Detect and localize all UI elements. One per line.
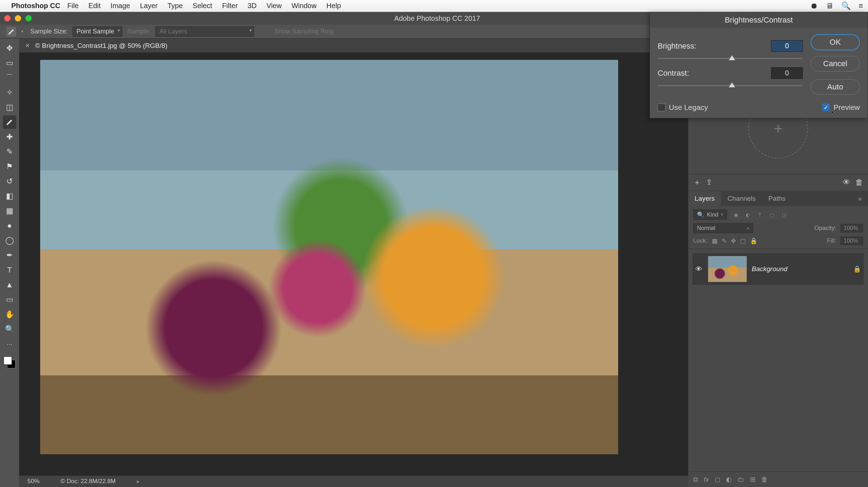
color-swatches[interactable] (4, 356, 16, 368)
link-layers-icon[interactable]: ⧉ (693, 476, 698, 483)
ok-button[interactable]: OK (811, 34, 860, 50)
document-tab-label: © Brightness_Contrast1.jpg @ 50% (RGB/8) (35, 42, 167, 50)
menu-select[interactable]: Select (193, 2, 213, 10)
preview-icon[interactable]: 👁 (843, 178, 850, 187)
menu-layer[interactable]: Layer (140, 2, 158, 10)
type-tool[interactable]: T (3, 263, 16, 277)
contrast-input[interactable]: 0 (771, 67, 803, 79)
menu-filter[interactable]: Filter (222, 2, 238, 10)
brush-tool[interactable]: ✎ (3, 145, 16, 158)
layer-filter-kind[interactable]: 🔍 Kind ▾ (693, 210, 727, 220)
path-select-tool[interactable]: ▲ (3, 278, 16, 292)
menu-window[interactable]: Window (291, 2, 316, 10)
blend-mode-select[interactable]: Normal▾ (693, 223, 753, 233)
lock-artboard-icon[interactable]: ▢ (740, 237, 746, 245)
brightness-slider[interactable] (658, 55, 803, 62)
screen-record-icon[interactable]: ⏺ (810, 1, 818, 11)
layer-lock-icon[interactable]: 🔒 (853, 265, 861, 273)
tab-channels[interactable]: Channels (721, 191, 762, 206)
canvas[interactable] (19, 53, 688, 476)
checkbox-icon (266, 29, 272, 35)
blur-tool[interactable]: ● (3, 219, 16, 232)
layer-mask-icon[interactable]: ◻ (715, 475, 720, 483)
filter-type-icon[interactable]: T (755, 211, 764, 219)
menu-image[interactable]: Image (111, 2, 130, 10)
preview-checkbox[interactable]: ✓ Preview (822, 103, 860, 112)
move-tool[interactable]: ✥ (3, 42, 16, 55)
eraser-tool[interactable]: ◧ (3, 189, 16, 203)
lasso-tool[interactable]: ⌒ (3, 71, 16, 85)
foreground-color-swatch[interactable] (4, 356, 12, 365)
menu-view[interactable]: View (266, 2, 282, 10)
marquee-tool[interactable]: ▭ (3, 56, 16, 70)
delete-layer-icon[interactable]: 🗑 (761, 476, 768, 483)
menu-3d[interactable]: 3D (248, 2, 257, 10)
lock-position-icon[interactable]: ✥ (731, 237, 736, 245)
group-icon[interactable]: 🗀 (738, 476, 744, 483)
new-layer-icon[interactable]: ⊞ (750, 475, 756, 483)
menu-type[interactable]: Type (167, 2, 183, 10)
layer-name[interactable]: Background (752, 265, 848, 273)
menu-file[interactable]: File (67, 2, 79, 10)
upload-icon[interactable]: ⇪ (706, 178, 712, 187)
close-tab-icon[interactable]: × (25, 42, 30, 50)
tab-layers[interactable]: Layers (688, 191, 721, 206)
fill-value[interactable]: 100% (841, 237, 863, 245)
add-content-icon[interactable]: ＋ (693, 177, 701, 188)
zoom-tool[interactable]: 🔍 (3, 323, 16, 336)
lock-all-icon[interactable]: 🔒 (750, 237, 757, 245)
brightness-input[interactable]: 0 (771, 40, 803, 52)
magic-wand-tool[interactable]: ✧ (3, 86, 16, 99)
shape-tool[interactable]: ▭ (3, 293, 16, 306)
maximize-window-button[interactable] (25, 15, 32, 21)
lock-transparency-icon[interactable]: ▩ (712, 237, 718, 245)
layers-panel-menu-icon[interactable]: ≡ (852, 193, 868, 206)
trash-icon[interactable]: 🗑 (855, 178, 863, 187)
menu-edit[interactable]: Edit (88, 2, 100, 10)
sample-size-select[interactable]: Point Sample (73, 26, 122, 37)
app-name[interactable]: Photoshop CC (11, 2, 60, 10)
edit-toolbar[interactable]: ⋯ (3, 337, 16, 351)
filter-pixel-icon[interactable]: ▣ (731, 211, 740, 219)
tools-panel: ✥ ▭ ⌒ ✧ ◫ ✚ ✎ ⚑ ↺ ◧ ▦ ● ◯ ✒ T ▲ ▭ ✋ 🔍 ⋯ (0, 39, 19, 487)
doc-info[interactable]: © Doc: 22.8M/22.8M (61, 478, 116, 485)
adjustment-layer-icon[interactable]: ◐ (726, 475, 732, 483)
crop-tool[interactable]: ◫ (3, 101, 16, 114)
use-legacy-checkbox[interactable]: Use Legacy (658, 103, 708, 112)
tab-paths[interactable]: Paths (762, 191, 792, 206)
history-brush-tool[interactable]: ↺ (3, 175, 16, 188)
layer-visibility-icon[interactable]: 👁 (695, 265, 703, 273)
mouse-cursor-icon: ↖ (830, 109, 837, 119)
cancel-button[interactable]: Cancel (811, 56, 860, 71)
close-window-button[interactable] (4, 15, 11, 21)
filter-adjust-icon[interactable]: ◐ (743, 211, 752, 219)
clone-stamp-tool[interactable]: ⚑ (3, 160, 16, 173)
opacity-value[interactable]: 100% (841, 224, 863, 232)
hand-tool[interactable]: ✋ (3, 308, 16, 321)
layer-row[interactable]: 👁 Background 🔒 (692, 253, 864, 285)
contrast-slider[interactable] (658, 82, 803, 89)
filter-smart-icon[interactable]: ◲ (779, 211, 788, 219)
eyedropper-tool[interactable] (3, 115, 16, 129)
document-tab[interactable]: × © Brightness_Contrast1.jpg @ 50% (RGB/… (19, 39, 688, 53)
display-icon[interactable]: 🖥 (826, 1, 833, 11)
spotlight-icon[interactable]: 🔍 (841, 1, 851, 11)
minimize-window-button[interactable] (15, 15, 21, 21)
layer-fx-icon[interactable]: fx (704, 476, 709, 483)
dodge-tool[interactable]: ◯ (3, 234, 16, 247)
zoom-level[interactable]: 50% (27, 478, 39, 485)
lock-pixels-icon[interactable]: ✎ (722, 237, 727, 245)
healing-brush-tool[interactable]: ✚ (3, 130, 16, 144)
slider-thumb-icon[interactable] (729, 82, 735, 87)
slider-thumb-icon[interactable] (729, 55, 735, 60)
gradient-tool[interactable]: ▦ (3, 204, 16, 218)
checkbox-icon (658, 104, 665, 111)
auto-button[interactable]: Auto (811, 79, 860, 95)
brightness-contrast-dialog: Brightness/Contrast Brightness: 0 Contra… (650, 12, 868, 118)
layer-thumbnail[interactable] (708, 256, 747, 282)
current-tool-icon[interactable] (6, 27, 16, 37)
pen-tool[interactable]: ✒ (3, 249, 16, 262)
filter-shape-icon[interactable]: ▢ (767, 211, 776, 219)
menu-help[interactable]: Help (326, 2, 341, 10)
menu-list-icon[interactable]: ≡ (858, 1, 863, 11)
